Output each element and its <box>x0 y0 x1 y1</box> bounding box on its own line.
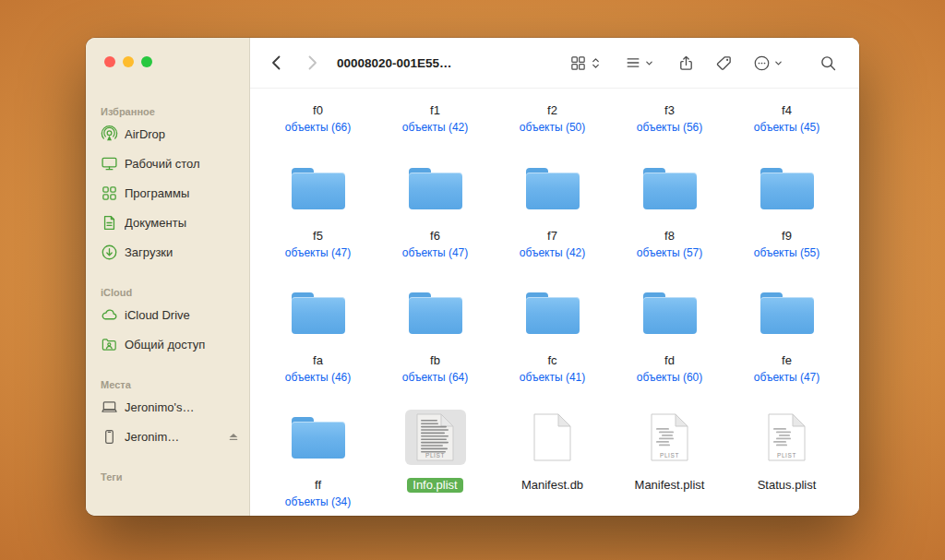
grid-item-f2[interactable]: f2объекты (50) <box>494 96 611 135</box>
item-name: fd <box>664 353 675 368</box>
grid-item-ff[interactable]: ffобъекты (34) <box>259 400 377 509</box>
grid-item-fe[interactable]: feобъекты (47) <box>728 276 845 385</box>
item-name: fe <box>782 353 792 368</box>
sidebar-item-icloud-drive[interactable]: iCloud Drive <box>86 300 249 329</box>
grid-item-fd[interactable]: fdобъекты (60) <box>611 276 728 385</box>
item-icon-area <box>760 276 814 350</box>
grid-row: f5объекты (47)f6объекты (47)f7объекты (4… <box>259 151 859 260</box>
folder-icon <box>526 292 580 334</box>
grid-item-f7[interactable]: f7объекты (42) <box>494 151 611 260</box>
window-title: 00008020-001E55… <box>337 56 452 70</box>
item-icon-area <box>760 151 814 225</box>
item-count: объекты (47) <box>402 245 469 260</box>
folder-icon <box>643 168 697 209</box>
view-mode-button[interactable] <box>569 54 601 72</box>
plist-file-icon: PLIST <box>651 413 688 461</box>
item-count: объекты (47) <box>285 245 352 260</box>
grid-item-fb[interactable]: fbобъекты (64) <box>377 276 494 385</box>
eject-icon[interactable] <box>227 430 240 443</box>
item-name: f8 <box>664 229 675 244</box>
grid-item-f6[interactable]: f6объекты (47) <box>377 151 494 260</box>
sidebar-item-label: Рабочий стол <box>125 157 200 171</box>
folder-icon <box>760 292 814 334</box>
share-button[interactable] <box>677 54 695 72</box>
search-icon <box>819 54 837 72</box>
tags-button[interactable] <box>715 54 733 72</box>
sidebar-section-title: Избранное <box>86 104 249 119</box>
item-icon-area <box>409 151 462 225</box>
sidebar-item-label: AirDrop <box>125 127 165 141</box>
grid-item-f4[interactable]: f4объекты (45) <box>728 96 845 135</box>
chevron-down-icon <box>774 59 783 67</box>
sidebar-item-iphone[interactable]: Jeronim… <box>86 422 249 451</box>
item-name: f9 <box>782 229 792 244</box>
svg-text:PLIST: PLIST <box>425 452 445 459</box>
grid-item-manifest-db[interactable]: Manifest.db <box>494 400 611 509</box>
item-name: Manifest.plist <box>635 478 705 493</box>
item-name: Info.plist <box>407 478 462 493</box>
shared-folder-icon <box>101 336 118 353</box>
item-count: объекты (46) <box>285 370 352 385</box>
grid-item-f8[interactable]: f8объекты (57) <box>611 151 728 260</box>
chevron-up-down-icon <box>591 55 601 71</box>
grid-item-fa[interactable]: faобъекты (46) <box>259 276 377 385</box>
sidebar-item-airdrop[interactable]: AirDrop <box>86 119 249 149</box>
item-name: f7 <box>547 229 557 244</box>
grid-item-f5[interactable]: f5объекты (47) <box>259 151 377 260</box>
item-name: f6 <box>430 229 440 244</box>
svg-text:PLIST: PLIST <box>660 452 679 459</box>
item-icon-area: PLIST <box>405 400 466 474</box>
item-count: объекты (45) <box>754 120 820 135</box>
sidebar-item-shared-folder[interactable]: Общий доступ <box>86 329 249 359</box>
selection-highlight: PLIST <box>405 410 466 465</box>
grid-item-f9[interactable]: f9объекты (55) <box>728 151 845 260</box>
more-actions-button[interactable] <box>753 54 783 72</box>
file-grid: f0объекты (66)f1объекты (42)f2объекты (5… <box>250 89 859 516</box>
sidebar-item-mac[interactable]: Jeronimo's… <box>86 392 249 422</box>
zoom-window-button[interactable] <box>141 56 152 67</box>
sidebar: ИзбранноеAirDropРабочий столПрограммыДок… <box>86 38 250 516</box>
grid-item-info-plist[interactable]: PLISTInfo.plist <box>377 400 494 509</box>
sidebar-sections: ИзбранноеAirDropРабочий столПрограммыДок… <box>86 104 249 484</box>
item-name: fb <box>430 353 440 368</box>
item-icon-area <box>292 400 345 474</box>
sidebar-section-title: Теги <box>86 470 249 484</box>
group-by-button[interactable] <box>625 54 653 71</box>
grid-item-manifest-plist[interactable]: PLISTManifest.plist <box>611 400 728 509</box>
sidebar-item-label: Jeronim… <box>125 430 179 444</box>
search-button[interactable] <box>819 54 837 72</box>
folder-icon <box>292 168 345 209</box>
chevron-right-icon <box>303 54 321 72</box>
toolbar: 00008020-001E55… <box>250 38 859 89</box>
forward-button[interactable] <box>302 53 322 73</box>
grid-item-f3[interactable]: f3объекты (56) <box>611 96 728 135</box>
tag-icon <box>715 54 733 72</box>
back-button[interactable] <box>267 53 287 73</box>
minimize-window-button[interactable] <box>123 56 134 67</box>
grid-item-f1[interactable]: f1объекты (42) <box>377 96 494 135</box>
documents-icon <box>101 214 118 232</box>
item-name: ff <box>315 478 321 493</box>
sidebar-item-desktop[interactable]: Рабочий стол <box>86 149 249 178</box>
sidebar-item-documents[interactable]: Документы <box>86 208 249 237</box>
airdrop-icon <box>101 125 118 143</box>
folder-icon <box>409 168 462 209</box>
grid-item-fc[interactable]: fcобъекты (41) <box>494 276 611 385</box>
item-count: объекты (57) <box>637 245 703 260</box>
close-window-button[interactable] <box>104 56 115 67</box>
item-icon-area <box>292 276 345 350</box>
sidebar-item-downloads[interactable]: Загрузки <box>86 237 249 267</box>
item-count: объекты (34) <box>285 494 352 509</box>
plist-file-icon: PLIST <box>768 413 806 461</box>
grid-row: f0объекты (66)f1объекты (42)f2объекты (5… <box>259 96 859 135</box>
grid-item-f0[interactable]: f0объекты (66) <box>259 96 377 135</box>
sidebar-item-applications[interactable]: Программы <box>86 178 249 208</box>
sidebar-item-label: Общий доступ <box>125 338 205 351</box>
sidebar-item-label: Документы <box>125 216 186 230</box>
mac-icon <box>101 399 118 416</box>
grid-view-icon <box>569 54 587 72</box>
item-name: fc <box>547 353 556 368</box>
sidebar-section-title: iCloud <box>86 285 249 300</box>
grid-item-status-plist[interactable]: PLISTStatus.plist <box>728 400 845 509</box>
folder-icon <box>292 292 345 334</box>
